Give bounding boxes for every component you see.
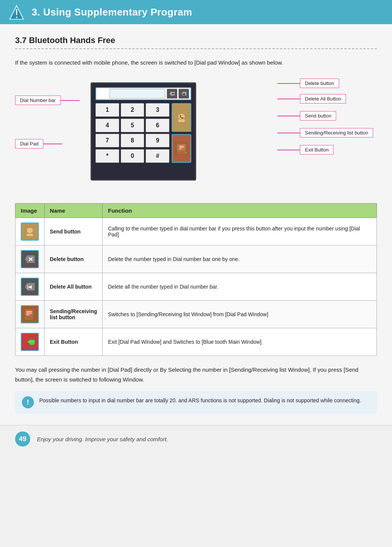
function-cell-exit: Exit [Dial Pad Window] and Switches to [… <box>103 328 377 356</box>
section-divider <box>15 48 377 49</box>
table-row: Sending/Receiving list button Switches t… <box>15 301 377 328</box>
number-bar: |◀ <box>95 87 191 100</box>
delete-buttons: |◀ <box>167 89 189 99</box>
footer-text: Enjoy your driving. Improve your safety … <box>37 436 168 442</box>
delete-all-button-label-row: Delete All Button <box>277 94 373 104</box>
svg-text:|◀: |◀ <box>181 92 185 96</box>
body-text: You may call pressing the number in [Dia… <box>15 365 377 384</box>
line1 <box>277 83 300 84</box>
svg-point-21 <box>26 227 33 233</box>
function-cell-send: Calling to the number typed in dial numb… <box>103 218 377 246</box>
dial-number-bar-label-row: Dial Number bar <box>15 96 80 105</box>
key-hash[interactable]: # <box>146 149 169 163</box>
function-cell-recv: Switches to [Sending/Receiving list Wind… <box>103 301 377 328</box>
right-labels: Delete button Delete All Button Send but… <box>277 79 373 155</box>
send-recv-button-label-row: Sending/Receiving list button <box>277 128 373 138</box>
svg-rect-37 <box>31 340 35 344</box>
table-row: Send button Calling to the number typed … <box>15 218 377 246</box>
line2 <box>277 99 300 99</box>
key-7[interactable]: 7 <box>95 134 119 147</box>
name-cell-delete-all: Delete All button <box>45 273 103 301</box>
svg-marker-4 <box>169 92 175 96</box>
key-1[interactable]: 1 <box>95 103 119 117</box>
number-bar-input <box>109 89 165 99</box>
dial-pad-label-row: Dial Pad <box>15 139 80 148</box>
img-cell-delete <box>15 246 45 273</box>
section-title: 3.7 Bluetooth Hands Free <box>15 36 377 45</box>
dialpad: |◀ 1 2 3 4 5 6 7 8 9 * 0 # <box>91 82 196 181</box>
img-cell-delete-all: |◀ <box>15 273 45 301</box>
delete-button-label: Delete button <box>300 79 339 88</box>
delete-button-label-row: Delete button <box>277 79 373 88</box>
recv-icon <box>21 305 39 323</box>
exit-icon <box>21 333 39 351</box>
delete-all-btn[interactable]: |◀ <box>178 89 189 99</box>
label-connector <box>61 100 80 101</box>
table-body: Send button Calling to the number typed … <box>15 218 377 356</box>
svg-text:|◀: |◀ <box>27 284 32 289</box>
name-cell-send: Send button <box>45 218 103 246</box>
key-2[interactable]: 2 <box>121 103 145 117</box>
function-cell-delete: Delete the number typed in Dial number b… <box>103 246 377 273</box>
table-header: Image Name Function <box>15 204 377 218</box>
delete-all-icon: |◀ <box>21 278 39 296</box>
note-section: ! Possible numbers to input in dial numb… <box>15 391 377 414</box>
key-4[interactable]: 4 <box>95 119 119 132</box>
page-title: 3. Using Supplementary Program <box>32 6 192 18</box>
left-labels: Dial Number bar Dial Pad <box>15 96 80 148</box>
name-cell-delete: Delete button <box>45 246 103 273</box>
dial-pad-label: Dial Pad <box>15 139 43 148</box>
key-8[interactable]: 8 <box>121 134 145 147</box>
send-button-label: Send button <box>300 111 336 121</box>
header-icon <box>8 3 26 21</box>
key-9[interactable]: 9 <box>146 134 169 147</box>
svg-point-3 <box>16 17 17 18</box>
dialpad-body: 1 2 3 4 5 6 7 8 9 * 0 # <box>95 103 191 163</box>
exit-button-label-row: Exit Button <box>277 145 373 155</box>
intro-text: If the system is connected with mobile p… <box>15 58 377 67</box>
img-cell-exit <box>15 328 45 356</box>
key-star[interactable]: * <box>95 149 119 163</box>
side-buttons: 📞 <box>172 103 191 163</box>
svg-rect-22 <box>26 233 33 236</box>
col-image: Image <box>15 204 45 218</box>
main-content: 3.7 Bluetooth Hands Free If the system i… <box>0 24 392 425</box>
label-connector2 <box>43 144 62 144</box>
table-row: Exit Button Exit [Dial Pad Window] and S… <box>15 328 377 356</box>
delete-icon <box>21 250 39 268</box>
dial-number-bar-label: Dial Number bar <box>15 96 61 105</box>
svg-rect-11 <box>178 119 185 122</box>
img-cell-send <box>15 218 45 246</box>
delete-all-button-label: Delete All Button <box>300 94 346 104</box>
diagram-area: Dial Number bar Dial Pad |◀ <box>15 75 377 196</box>
dialpad-keys: 1 2 3 4 5 6 7 8 9 * 0 # <box>95 103 169 163</box>
col-function: Function <box>103 204 377 218</box>
key-3[interactable]: 3 <box>146 103 169 117</box>
exit-button-label: Exit Button <box>300 145 334 155</box>
img-cell-recv <box>15 301 45 328</box>
page-footer: 49 Enjoy your driving. Improve your safe… <box>0 425 392 453</box>
svg-rect-34 <box>25 317 33 319</box>
send-recv-button-label: Sending/Receiving list button <box>300 128 373 138</box>
line4 <box>277 133 300 133</box>
svg-rect-15 <box>177 151 186 154</box>
key-5[interactable]: 5 <box>121 119 145 132</box>
send-button-img[interactable]: 📞 <box>172 103 191 132</box>
line3 <box>277 116 300 116</box>
key-6[interactable]: 6 <box>146 119 169 132</box>
svg-text:📞: 📞 <box>180 115 184 119</box>
recv-button-img[interactable] <box>172 134 191 163</box>
table-row: |◀ Delete All button Delete all the numb… <box>15 273 377 301</box>
table-row: Delete button Delete the number typed in… <box>15 246 377 273</box>
key-0[interactable]: 0 <box>121 149 145 163</box>
send-button-label-row: Send button <box>277 111 373 121</box>
page-number: 49 <box>15 431 30 447</box>
page-header: 3. Using Supplementary Program <box>0 0 392 24</box>
function-cell-delete-all: Delete all the number typed in Dial numb… <box>103 273 377 301</box>
name-cell-exit: Exit Button <box>45 328 103 356</box>
line5 <box>277 150 300 150</box>
send-icon <box>21 223 39 241</box>
name-cell-recv: Sending/Receiving list button <box>45 301 103 328</box>
delete-btn[interactable] <box>167 89 177 99</box>
svg-marker-23 <box>25 255 35 263</box>
